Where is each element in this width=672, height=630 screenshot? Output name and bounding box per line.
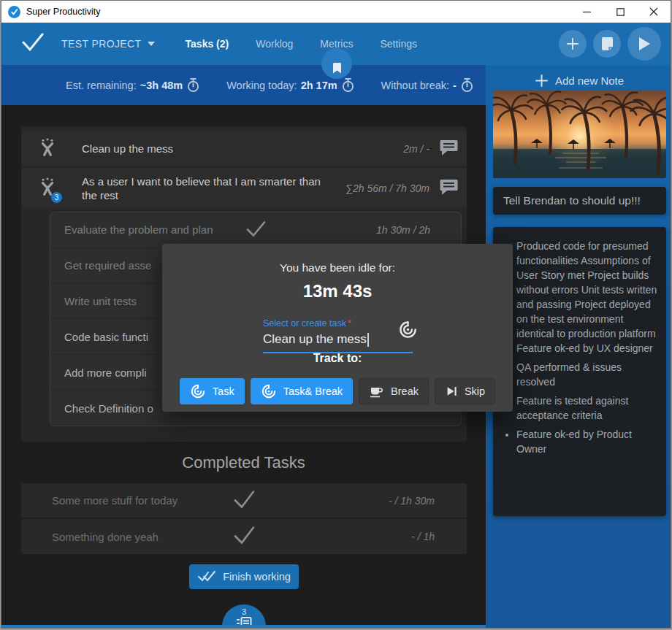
checklist: Produced code for presumed functionaliti… bbox=[496, 239, 660, 456]
completed-task-title: Some more stuff for today bbox=[52, 494, 177, 507]
app-logo-icon bbox=[8, 6, 20, 18]
task-row[interactable]: Clean up the mess 2m / - bbox=[21, 131, 467, 167]
task-time: ∑2h 56m / 7h 30m bbox=[345, 183, 429, 194]
app-window: Super Productivity TEST PROJECT Tasks (2… bbox=[1, 0, 671, 629]
skip-button[interactable]: Skip bbox=[435, 378, 495, 404]
task-title: Clean up the mess bbox=[82, 142, 173, 155]
subtask-title: Check Definition o bbox=[64, 402, 153, 415]
check-logo-icon bbox=[21, 33, 45, 55]
stat-value: - bbox=[453, 80, 457, 91]
stat-label: Without break: bbox=[381, 80, 450, 91]
window-controls bbox=[570, 1, 671, 23]
minimize-button[interactable] bbox=[570, 1, 603, 23]
play-button[interactable] bbox=[627, 27, 661, 61]
time-stats-bar: Est. remaining: ~3h 48m Working today: 2… bbox=[1, 65, 486, 105]
header-actions bbox=[559, 27, 661, 61]
window-title: Super Productivity bbox=[26, 7, 100, 17]
main-tabs: Tasks (2) Worklog Metrics Settings bbox=[186, 38, 417, 50]
done-check-icon bbox=[232, 526, 256, 548]
checklist-item: Feature is tested against acceptance cri… bbox=[516, 393, 660, 423]
task-select-input[interactable]: Clean up the mess bbox=[263, 332, 413, 353]
comment-icon[interactable] bbox=[440, 179, 458, 198]
track-to-label: Track to: bbox=[162, 352, 513, 365]
stat-label: Working today: bbox=[226, 80, 297, 91]
task-select-field: Select or create task* Clean up the mess bbox=[263, 318, 413, 353]
plus-icon bbox=[565, 37, 580, 51]
comment-icon[interactable] bbox=[440, 139, 458, 158]
completed-tasks-heading: Completed Tasks bbox=[1, 453, 486, 472]
task-title: As a user I want to believe that I am sm… bbox=[82, 174, 323, 202]
tab-worklog[interactable]: Worklog bbox=[256, 38, 293, 50]
close-button[interactable] bbox=[637, 1, 671, 23]
track-time-icon bbox=[261, 383, 277, 399]
stopwatch-icon bbox=[460, 77, 474, 93]
note-text: Tell Brendan to should up!!! bbox=[503, 194, 641, 207]
checklist-item: Feature ok-ed by Product Owner bbox=[516, 427, 660, 456]
task-type-icon: 3 bbox=[39, 177, 58, 199]
finish-working-button[interactable]: Finish working bbox=[189, 564, 299, 589]
chevron-down-icon bbox=[148, 42, 155, 46]
stat-value: 2h 17m bbox=[301, 80, 337, 91]
subtask-title: Write unit tests bbox=[64, 295, 137, 307]
plus-icon bbox=[535, 74, 548, 87]
done-check-icon bbox=[232, 489, 256, 512]
bookmark-icon bbox=[332, 63, 342, 74]
checklist-item: Produced code for presumed functionaliti… bbox=[516, 239, 660, 356]
add-task-button[interactable] bbox=[559, 30, 587, 58]
add-note-label: Add new Note bbox=[555, 74, 624, 87]
track-task-button[interactable]: Task bbox=[180, 378, 245, 404]
subtask-title: Get required asse bbox=[64, 259, 151, 272]
play-icon bbox=[638, 37, 651, 51]
completed-task-time: - / 1h 30m bbox=[389, 495, 435, 507]
maximize-button[interactable] bbox=[603, 1, 637, 23]
checklist-note-card[interactable]: Produced code for presumed functionaliti… bbox=[493, 227, 666, 516]
subtask-row[interactable]: Evaluate the problem and plan 1h 30m / 2… bbox=[50, 212, 461, 247]
completed-task-title: Something done yeah bbox=[52, 531, 159, 543]
subtask-title: Evaluate the problem and plan bbox=[64, 223, 213, 236]
track-task-and-break-button[interactable]: Task& Break bbox=[251, 378, 353, 404]
bottom-accent-strip bbox=[1, 625, 486, 629]
stopwatch-icon bbox=[341, 77, 355, 93]
track-time-icon bbox=[190, 383, 206, 399]
tab-tasks[interactable]: Tasks (2) bbox=[186, 38, 229, 50]
completed-task-time: - / 1h bbox=[411, 531, 435, 542]
required-asterisk: * bbox=[348, 318, 351, 329]
note-icon bbox=[601, 37, 614, 51]
backlog-count-badge: 3 bbox=[242, 607, 246, 617]
project-name: TEST PROJECT bbox=[61, 38, 142, 50]
task-select-input-value: Clean up the mess bbox=[263, 332, 367, 347]
done-check-icon bbox=[245, 220, 267, 239]
stopwatch-icon bbox=[186, 77, 200, 93]
stat-est-remaining: Est. remaining: ~3h 48m bbox=[66, 77, 200, 93]
tab-settings[interactable]: Settings bbox=[380, 38, 417, 50]
subtask-time: 1h 30m / 2h bbox=[376, 224, 430, 236]
subtask-title: Code basic functi bbox=[64, 331, 148, 343]
titlebar: Super Productivity bbox=[1, 1, 671, 23]
completed-task-row[interactable]: Some more stuff for today - / 1h 30m bbox=[21, 483, 467, 518]
stat-value: ~3h 48m bbox=[140, 80, 183, 91]
finish-working-label: Finish working bbox=[223, 571, 291, 583]
note-image-palm-beach[interactable] bbox=[493, 91, 666, 178]
task-type-icon bbox=[39, 138, 58, 160]
text-caret bbox=[367, 333, 369, 347]
idle-dialog-title: You have been idle for: bbox=[162, 261, 513, 274]
task-select-label: Select or create task* bbox=[263, 318, 413, 329]
notes-sidebar: Add new Note bbox=[486, 65, 671, 629]
project-switcher[interactable]: TEST PROJECT bbox=[61, 38, 155, 50]
track-break-button[interactable]: Break bbox=[359, 378, 429, 404]
subtask-count-badge: 3 bbox=[51, 192, 62, 203]
stat-working-today: Working today: 2h 17m bbox=[226, 77, 354, 93]
track-time-icon bbox=[398, 320, 418, 342]
add-note-button[interactable]: Add new Note bbox=[486, 71, 671, 90]
task-row[interactable]: 3 As a user I want to believe that I am … bbox=[21, 168, 467, 208]
bookmark-bar-toggle[interactable] bbox=[321, 48, 352, 79]
task-time: 2m / - bbox=[403, 143, 429, 155]
skip-icon bbox=[445, 385, 458, 398]
checklist-item: QA performed & issues resolved bbox=[516, 360, 660, 389]
coffee-icon bbox=[369, 384, 384, 399]
subtask-title: Add more compli bbox=[64, 366, 147, 379]
stat-without-break: Without break: - bbox=[381, 77, 474, 93]
notes-button[interactable] bbox=[593, 30, 621, 58]
completed-task-row[interactable]: Something done yeah - / 1h bbox=[21, 519, 467, 554]
note-card[interactable]: Tell Brendan to should up!!! bbox=[493, 187, 666, 215]
